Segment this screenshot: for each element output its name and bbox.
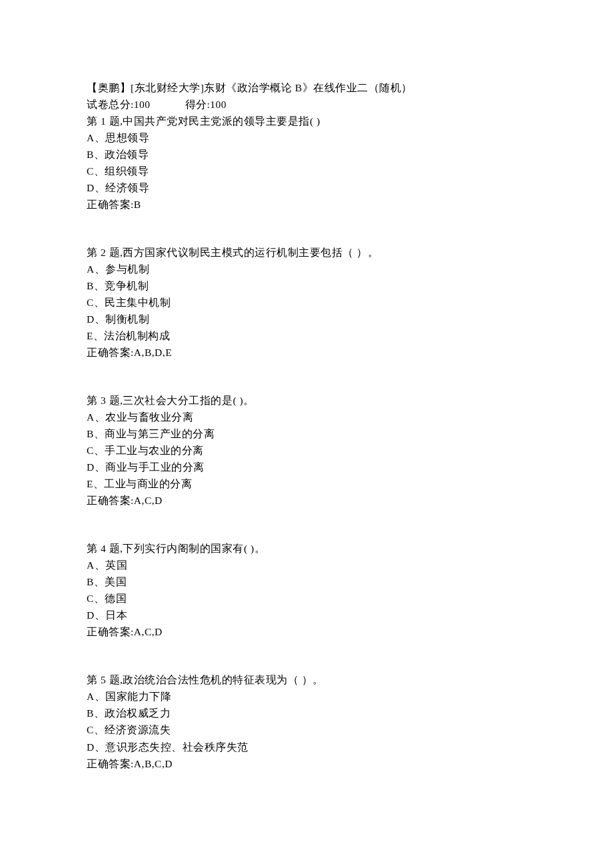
question-option: C、手工业与农业的分离 <box>87 443 526 459</box>
question-option: D、商业与手工业的分离 <box>87 459 526 475</box>
question-prompt: 第 5 题,政治统治合法性危机的特征表现为（ ）。 <box>87 672 526 688</box>
got-score-label: 得分:100 <box>185 99 227 110</box>
question-option: A、参与机制 <box>87 261 526 277</box>
question-block: 第 4 题,下列实行内阁制的国家有( )。 A、英国 B、美国 C、德国 D、日… <box>87 541 526 640</box>
score-line: 试卷总分:100得分:100 <box>87 97 526 113</box>
question-option: D、制衡机制 <box>87 311 526 327</box>
question-option: C、德国 <box>87 591 526 607</box>
question-prompt: 第 3 题,三次社会大分工指的是( )。 <box>87 393 526 409</box>
question-block: 第 3 题,三次社会大分工指的是( )。 A、农业与畜牧业分离 B、商业与第三产… <box>87 393 526 509</box>
question-option: C、民主集中机制 <box>87 295 526 311</box>
correct-answer: 正确答案:B <box>87 197 526 213</box>
question-option: E、法治机制构成 <box>87 328 526 344</box>
question-block: 第 2 题,西方国家代议制民主模式的运行机制主要包括（ ）。 A、参与机制 B、… <box>87 245 526 361</box>
question-block: 第 1 题,中国共产党对民主党派的领导主要是指( ) A、思想领导 B、政治领导… <box>87 113 526 213</box>
question-option: B、竞争机制 <box>87 278 526 294</box>
question-option: D、意识形态失控、社会秩序失范 <box>87 739 526 755</box>
exam-title: 【奥鹏】[东北财经大学]东财《政治学概论 B》在线作业二（随机） <box>87 80 526 96</box>
question-option: B、政治领导 <box>87 147 526 163</box>
question-option: B、美国 <box>87 574 526 590</box>
question-option: D、日本 <box>87 607 526 623</box>
total-score-label: 试卷总分:100 <box>87 99 151 110</box>
question-prompt: 第 2 题,西方国家代议制民主模式的运行机制主要包括（ ）。 <box>87 245 526 261</box>
correct-answer: 正确答案:A,C,D <box>87 493 526 509</box>
question-option: A、英国 <box>87 557 526 573</box>
question-prompt: 第 1 题,中国共产党对民主党派的领导主要是指( ) <box>87 113 526 129</box>
question-option: B、商业与第三产业的分离 <box>87 426 526 442</box>
question-option: E、工业与商业的分离 <box>87 476 526 492</box>
correct-answer: 正确答案:A,C,D <box>87 624 526 640</box>
question-option: C、经济资源流失 <box>87 722 526 738</box>
correct-answer: 正确答案:A,B,D,E <box>87 345 526 361</box>
question-option: A、思想领导 <box>87 130 526 146</box>
question-option: B、政治权威乏力 <box>87 705 526 721</box>
question-option: A、农业与畜牧业分离 <box>87 409 526 425</box>
question-block: 第 5 题,政治统治合法性危机的特征表现为（ ）。 A、国家能力下降 B、政治权… <box>87 672 526 771</box>
question-option: C、组织领导 <box>87 163 526 179</box>
question-prompt: 第 4 题,下列实行内阁制的国家有( )。 <box>87 541 526 557</box>
correct-answer: 正确答案:A,B,C,D <box>87 756 526 772</box>
question-option: D、经济领导 <box>87 180 526 196</box>
question-option: A、国家能力下降 <box>87 689 526 705</box>
